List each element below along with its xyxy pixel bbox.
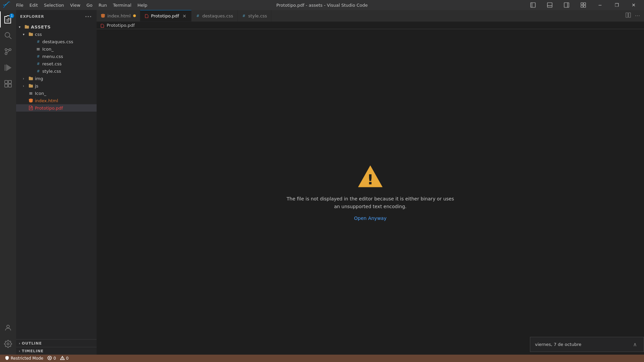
svg-marker-15: [6, 65, 11, 71]
tab-prototipo-pdf[interactable]: Prototipo.pdf ✕: [140, 10, 192, 21]
split-editor-btn[interactable]: [624, 11, 632, 20]
activity-icon-account[interactable]: [0, 320, 16, 336]
outline-header[interactable]: › OUTLINE: [16, 340, 97, 347]
outline-panel: › OUTLINE: [16, 339, 97, 347]
svg-rect-4: [564, 3, 569, 7]
editor-message: The file is not displayed in the editor …: [287, 195, 454, 210]
errors-item[interactable]: 0: [45, 355, 58, 362]
svg-marker-23: [29, 99, 33, 103]
menu-css-icon: #: [36, 54, 41, 59]
timeline-panel: › TIMELINE: [16, 347, 97, 355]
warning-icon: !: [357, 163, 384, 190]
tree-item-style-css[interactable]: # style.css: [16, 67, 97, 75]
icon2-name: Icon_: [35, 91, 46, 96]
svg-point-10: [5, 33, 10, 37]
style-css-name: style.css: [42, 69, 61, 74]
close-btn[interactable]: ✕: [626, 0, 641, 10]
tab-destaques-css[interactable]: # destaques.css: [192, 10, 237, 21]
svg-point-12: [5, 49, 7, 51]
assets-folder-name: ASSETS: [31, 24, 51, 29]
tab-pdf-icon: [144, 14, 149, 18]
outline-label: OUTLINE: [22, 341, 42, 346]
breadcrumb-pdf-name: Prototipo.pdf: [107, 23, 135, 28]
timeline-header[interactable]: › TIMELINE: [16, 347, 97, 355]
error-count: 0: [53, 356, 56, 361]
toggle-sidebar-btn[interactable]: [525, 0, 541, 10]
customize-layout-btn[interactable]: [576, 0, 591, 10]
html-file-icon: [28, 98, 34, 103]
activity-icon-explorer[interactable]: 1: [0, 11, 16, 27]
notification-close-btn[interactable]: ∧: [631, 341, 639, 348]
activity-icon-extensions[interactable]: [0, 76, 16, 92]
activity-icon-scm[interactable]: [0, 44, 16, 60]
tree-item-assets[interactable]: ▾ ASSETS: [16, 23, 97, 31]
tree-item-menu-css[interactable]: # menu.css: [16, 53, 97, 60]
css-file-icon: #: [36, 39, 41, 44]
tree-item-js-folder[interactable]: › js: [16, 82, 97, 89]
sidebar-more-btn[interactable]: ···: [84, 13, 93, 20]
menu-go[interactable]: Go: [84, 2, 95, 8]
svg-line-11: [9, 37, 12, 39]
menu-view[interactable]: View: [67, 2, 83, 8]
tab-style-label: style.css: [248, 13, 267, 18]
tree-item-icon2[interactable]: ≡ Icon_: [16, 89, 97, 97]
menu-bar: File Edit Selection View Go Run Terminal…: [13, 2, 525, 8]
notification-date: viernes, 7 de octubre: [535, 342, 581, 347]
breadcrumb-file: Prototipo.pdf: [101, 23, 135, 28]
svg-rect-7: [584, 3, 586, 5]
more-editor-actions-btn[interactable]: ···: [634, 11, 641, 20]
activity-icon-search[interactable]: [0, 27, 16, 44]
tab-close-btn[interactable]: ✕: [182, 13, 187, 19]
open-anyway-link[interactable]: Open Anyway: [354, 216, 387, 221]
menu-file[interactable]: File: [13, 2, 26, 8]
warnings-item[interactable]: 0: [58, 355, 71, 362]
shield-icon: [5, 356, 9, 361]
svg-point-22: [7, 343, 9, 345]
svg-rect-8: [581, 5, 583, 7]
tree-item-icon1[interactable]: ≡ Icon_: [16, 45, 97, 53]
tab-style-css[interactable]: # style.css: [237, 10, 271, 21]
restricted-mode-label: Restricted Mode: [11, 356, 43, 361]
svg-rect-28: [629, 13, 631, 17]
tree-item-prototipo-pdf[interactable]: Prototipo.pdf: [16, 104, 97, 112]
tab-index-html[interactable]: index.html: [97, 10, 140, 21]
menu-run[interactable]: Run: [96, 2, 110, 8]
vscode-logo: [3, 1, 11, 9]
reset-css-name: reset.css: [42, 61, 62, 66]
menu-help[interactable]: Help: [135, 2, 150, 8]
maximize-btn[interactable]: ❐: [609, 0, 625, 10]
svg-rect-20: [8, 84, 11, 87]
error-icon: [47, 356, 52, 361]
message-line2: an unsupported text encoding.: [287, 203, 454, 210]
sidebar-header-actions: ···: [84, 13, 93, 20]
editor-content: ! The file is not displayed in the edito…: [97, 29, 644, 355]
tree-item-index-html[interactable]: index.html: [16, 97, 97, 104]
reset-css-icon: #: [36, 61, 41, 66]
activity-icon-settings[interactable]: [0, 336, 16, 352]
svg-marker-26: [101, 14, 105, 18]
tree-item-destaques-css[interactable]: # destaques.css: [16, 38, 97, 45]
tree-item-css-folder[interactable]: ▾ css: [16, 31, 97, 38]
window-title: Prototipo.pdf - assets - Visual Studio C…: [276, 3, 368, 8]
tree-item-img-folder[interactable]: › img: [16, 75, 97, 82]
toggle-right-sidebar-btn[interactable]: [559, 0, 574, 10]
window-controls: − ❐ ✕: [525, 0, 641, 10]
toggle-panel-btn[interactable]: [542, 0, 557, 10]
menu-selection[interactable]: Selection: [41, 2, 67, 8]
activity-icon-run[interactable]: [0, 60, 16, 76]
img-folder-name: img: [35, 76, 43, 81]
menu-terminal[interactable]: Terminal: [110, 2, 134, 8]
restricted-mode-item[interactable]: Restricted Mode: [3, 355, 45, 362]
svg-rect-0: [531, 3, 535, 7]
tab-modified-dot: [133, 14, 136, 17]
minimize-btn[interactable]: −: [592, 0, 608, 10]
main-layout: 1: [0, 10, 644, 355]
svg-rect-9: [584, 5, 586, 7]
menu-edit[interactable]: Edit: [27, 2, 41, 8]
svg-rect-27: [626, 13, 628, 17]
tree-item-reset-css[interactable]: # reset.css: [16, 60, 97, 67]
sidebar-title: EXPLORER: [20, 14, 44, 19]
svg-text:!: !: [367, 171, 374, 188]
breadcrumb: Prototipo.pdf: [97, 22, 644, 29]
pdf-file-icon: [28, 105, 34, 111]
